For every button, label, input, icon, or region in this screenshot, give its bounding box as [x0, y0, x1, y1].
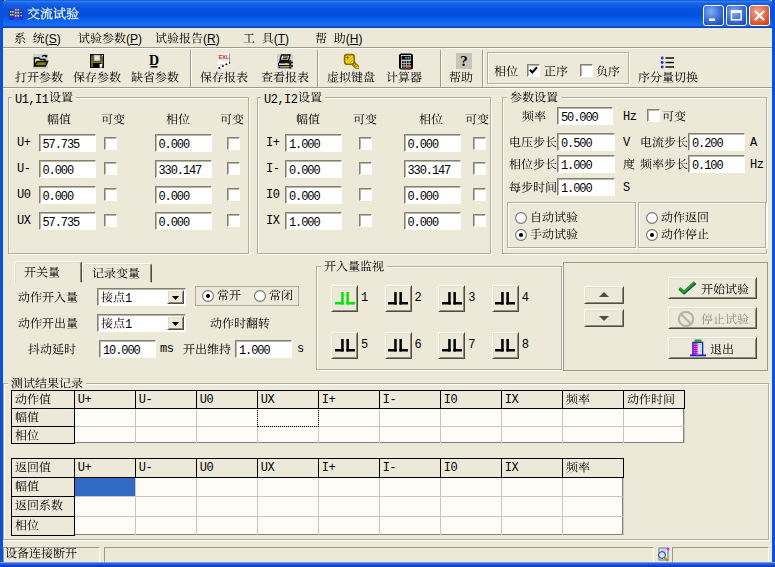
svg-text:EXL: EXL: [219, 54, 230, 60]
svg-text:?: ?: [460, 53, 468, 69]
svg-text:D: D: [149, 53, 159, 68]
